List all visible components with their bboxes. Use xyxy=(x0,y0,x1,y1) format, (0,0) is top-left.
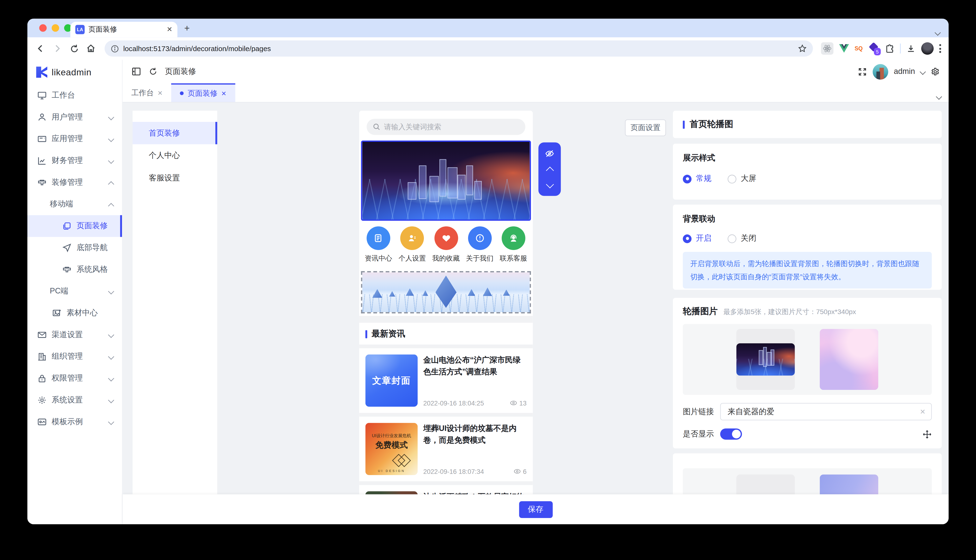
url-bar[interactable]: localhost:5173/admin/decoration/mobile/p… xyxy=(104,40,813,57)
style-icon xyxy=(62,265,72,274)
collapse-sidebar-icon[interactable] xyxy=(131,67,141,76)
settings-gear-icon[interactable] xyxy=(931,67,940,76)
chevron-down-icon[interactable] xyxy=(920,68,926,75)
move-down-icon[interactable] xyxy=(547,179,552,190)
hide-component-icon[interactable] xyxy=(545,148,555,158)
chevron-down-icon xyxy=(108,375,114,382)
pages-panel: 首页装修 个人中心 客服设置 xyxy=(132,111,217,494)
image-link-input[interactable] xyxy=(727,407,916,417)
radio-bg-on[interactable]: 开启 xyxy=(683,233,711,244)
page-item-service[interactable]: 客服设置 xyxy=(132,167,217,189)
user-avatar[interactable] xyxy=(873,64,888,79)
downloads-icon[interactable] xyxy=(906,44,916,53)
nav-item-news[interactable]: 资讯中心 xyxy=(362,226,395,263)
carousel-thumb-image-2[interactable] xyxy=(736,475,795,495)
refresh-icon[interactable] xyxy=(149,67,157,76)
drag-move-icon[interactable] xyxy=(923,430,932,439)
minimize-window-button[interactable] xyxy=(52,24,59,32)
react-devtools-icon[interactable] xyxy=(821,42,834,55)
browser-tab[interactable]: LA 页面装修 ✕ xyxy=(70,22,177,37)
news-title-3: 让生活更精致！五款居家好物推荐，实用性超高 xyxy=(423,492,526,495)
radio-style-normal[interactable]: 常规 xyxy=(683,173,711,184)
mobile-preview: 请输入关键词搜索 xyxy=(359,111,533,494)
sidebar-item-apps[interactable]: 应用管理 xyxy=(27,128,122,150)
tabs-more-chevron-icon[interactable] xyxy=(937,90,941,102)
extensions-puzzle-icon[interactable] xyxy=(885,44,894,53)
url-text[interactable]: localhost:5173/admin/decoration/mobile/p… xyxy=(123,45,794,52)
page-item-profile[interactable]: 个人中心 xyxy=(132,144,217,167)
carousel-background-image[interactable] xyxy=(820,329,878,390)
news-title-2: 埋葬UI设计师的坟墓不是内卷，而是免费模式 xyxy=(423,423,526,447)
chart-icon xyxy=(37,156,47,165)
vue-devtools-icon[interactable] xyxy=(839,44,849,53)
diamond-extension-icon[interactable]: 5 xyxy=(868,43,880,54)
sidebar-item-permissions[interactable]: 权限管理 xyxy=(27,368,122,389)
back-icon[interactable] xyxy=(35,43,46,54)
username[interactable]: admin xyxy=(894,67,915,76)
radio-bg-off[interactable]: 关闭 xyxy=(728,233,756,244)
show-toggle[interactable] xyxy=(720,428,742,440)
sidebar-item-page-decoration[interactable]: 页面装修 xyxy=(27,215,122,237)
sidebar-item-template-examples[interactable]: 模板示例 xyxy=(27,411,122,433)
carousel-background-image-2[interactable] xyxy=(820,475,878,495)
tab-page-decoration[interactable]: 页面装修 ✕ xyxy=(172,83,235,102)
news-item-3[interactable]: 让生活更精致！五款居家好物推荐，实用性超高 #好物推荐 ▶ xyxy=(359,481,533,494)
sidebar-item-channel[interactable]: 渠道设置 xyxy=(27,324,122,346)
news-date-1: 2022-09-16 18:04:25 xyxy=(423,399,484,407)
settings-panel: 首页轮播图 展示样式 常规 大屏 背景联动 开启 xyxy=(673,111,942,494)
fullscreen-icon[interactable] xyxy=(857,67,867,76)
move-up-icon[interactable] xyxy=(547,163,552,174)
sidebar-item-material-center[interactable]: 素材中心 xyxy=(27,302,122,324)
window-controls[interactable] xyxy=(39,24,72,32)
image-link-field[interactable]: ✕ xyxy=(720,403,932,420)
tab-close-icon[interactable]: ✕ xyxy=(221,90,226,97)
tab-close-icon[interactable]: ✕ xyxy=(157,89,163,96)
search-placeholder: 请输入关键词搜索 xyxy=(384,122,441,132)
close-window-button[interactable] xyxy=(39,24,47,32)
radio-style-large[interactable]: 大屏 xyxy=(728,173,756,184)
bookmark-star-icon[interactable] xyxy=(798,44,807,53)
new-tab-button[interactable]: + xyxy=(184,23,190,33)
display-style-card: 展示样式 常规 大屏 xyxy=(673,144,942,200)
sidebar-item-pc[interactable]: PC端 xyxy=(27,280,122,302)
home-icon[interactable] xyxy=(85,43,97,54)
chevron-down-icon xyxy=(108,288,114,294)
sidebar-item-users[interactable]: 用户管理 xyxy=(27,106,122,128)
ad-banner-dashed-selected[interactable] xyxy=(361,271,531,313)
news-item-2[interactable]: UI设计行业发展危机 免费模式 UI DESIGN 埋葬UI设计师的坟墓不是内卷… xyxy=(359,413,533,481)
tab-workbench[interactable]: 工作台 ✕ xyxy=(123,83,172,102)
site-info-icon[interactable] xyxy=(111,44,119,53)
sidebar-item-system-style[interactable]: 系统风格 xyxy=(27,258,122,280)
nav-item-about[interactable]: 关于我们 xyxy=(463,226,496,263)
news-item-1[interactable]: 文章封面 金山电池公布“沪广深市民绿色生活方式”调查结果 2022-09-16 … xyxy=(359,345,533,413)
save-button[interactable]: 保存 xyxy=(519,501,552,518)
sidebar-item-bottom-nav[interactable]: 底部导航 xyxy=(27,237,122,258)
clear-input-icon[interactable]: ✕ xyxy=(920,408,926,416)
component-toolbar xyxy=(538,143,561,196)
section-bar xyxy=(683,120,685,128)
nav-item-contact-service[interactable]: 联系客服 xyxy=(496,226,530,263)
carousel-banner-selected[interactable] xyxy=(361,141,531,221)
browser-profile-avatar[interactable] xyxy=(921,42,934,55)
background-link-label: 背景联动 xyxy=(683,213,932,225)
carousel-thumb-image[interactable] xyxy=(736,329,795,390)
sidebar-item-organization[interactable]: 组织管理 xyxy=(27,346,122,368)
reload-icon[interactable] xyxy=(69,43,80,54)
sidebar-item-decoration[interactable]: 装修管理 xyxy=(27,172,122,193)
page-settings-button[interactable]: 页面设置 xyxy=(625,120,666,136)
nav-item-profile-settings[interactable]: 个人设置 xyxy=(395,226,429,263)
sidebar-item-finance[interactable]: 财务管理 xyxy=(27,150,122,172)
preview-search-bar[interactable]: 请输入关键词搜索 xyxy=(367,119,525,135)
browser-menu-icon[interactable] xyxy=(939,44,941,53)
browser-extensions: SQ 5 xyxy=(821,42,941,55)
sidebar-item-mobile[interactable]: 移动端 xyxy=(27,193,122,215)
page-item-home[interactable]: 首页装修 xyxy=(132,122,217,144)
nav-item-favorites[interactable]: 我的收藏 xyxy=(429,226,463,263)
forward-icon[interactable] xyxy=(52,43,63,54)
extension-badge: 5 xyxy=(874,48,881,55)
sidebar-item-workbench[interactable]: 工作台 xyxy=(27,85,122,106)
tab-close-icon[interactable]: ✕ xyxy=(167,26,172,33)
sidebar-item-system-settings[interactable]: 系统设置 xyxy=(27,389,122,411)
sq-extension-icon[interactable]: SQ xyxy=(855,45,863,52)
tab-search-chevron-icon[interactable] xyxy=(936,26,940,37)
